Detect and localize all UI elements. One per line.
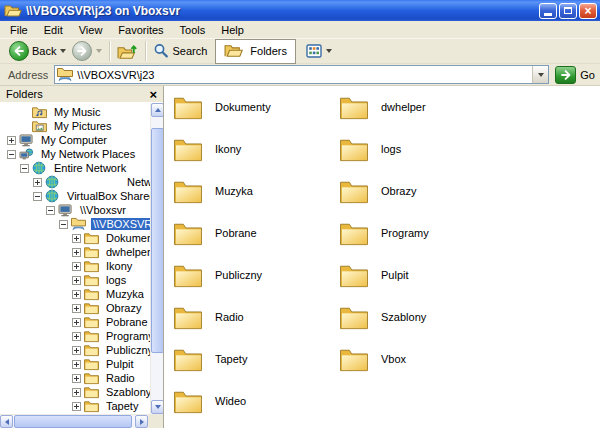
views-dropdown-icon[interactable] [326,49,332,53]
tree-item[interactable]: Programy [0,329,150,343]
expand-plus-icon[interactable] [72,290,81,299]
back-dropdown-icon[interactable] [60,49,66,53]
folder-up-icon [117,43,138,60]
expand-plus-icon[interactable] [33,178,42,187]
folders-tree-area: My MusicMy PicturesMy ComputerMy Network… [0,103,163,414]
folder-tile-obrazy[interactable]: Obrazy [339,170,505,212]
collapse-minus-icon[interactable] [46,206,55,215]
folder-tile-pulpit[interactable]: Pulpit [339,254,505,296]
tree-item[interactable]: Obrazy [0,301,150,315]
views-button[interactable] [301,43,337,59]
expand-plus-icon[interactable] [72,360,81,369]
folder-open-icon [224,43,245,60]
tree-item[interactable]: My Music [0,105,150,119]
tree-item[interactable]: My Pictures [0,119,150,133]
tree-item[interactable]: dwhelper [0,245,150,259]
tree-item[interactable]: Ikony [0,259,150,273]
menu-item-view[interactable]: View [71,23,111,37]
tree-item[interactable]: Entire Network [0,161,150,175]
collapse-minus-icon[interactable] [7,150,16,159]
tree-item[interactable]: \\VBOXSVR\j23 [0,217,150,231]
tree-item[interactable]: Netw [0,175,150,189]
scroll-up-button[interactable] [151,103,163,117]
expand-plus-icon[interactable] [72,234,81,243]
menu-item-favorites[interactable]: Favorites [110,23,171,37]
tree-item-label: Entire Network [52,162,128,174]
folder-tile-programy[interactable]: Programy [339,212,505,254]
scroll-down-button[interactable] [151,400,163,414]
forward-button[interactable] [69,39,105,63]
collapse-minus-icon[interactable] [59,220,68,229]
folder-tile-tapety[interactable]: Tapety [173,338,339,380]
folder-tile-vbox[interactable]: Vbox [339,338,505,380]
folder-icon [173,389,203,414]
menu-item-help[interactable]: Help [213,23,252,37]
expand-plus-icon[interactable] [72,262,81,271]
tree-item[interactable]: Radio [0,371,150,385]
tree-item[interactable]: Pulpit [0,357,150,371]
expand-plus-icon[interactable] [72,388,81,397]
expand-plus-icon[interactable] [72,346,81,355]
folder-tile-muzyka[interactable]: Muzyka [173,170,339,212]
expand-plus-icon[interactable] [7,136,16,145]
folder-icon [84,329,100,343]
tree-item[interactable]: \\Vboxsvr [0,203,150,217]
tree-item[interactable]: logs [0,273,150,287]
go-section: Go [555,66,595,84]
folder-tile-publiczny[interactable]: Publiczny [173,254,339,296]
folders-panel-title: Folders [6,88,149,100]
address-input[interactable]: \\VBOXSVR\j23 [54,65,549,84]
folder-tile-pobrane[interactable]: Pobrane [173,212,339,254]
folder-tile-label: Radio [215,311,244,323]
tree-item[interactable]: My Computer [0,133,150,147]
folder-tile-szablony[interactable]: Szablony [339,296,505,338]
folder-tile-ikony[interactable]: Ikony [173,128,339,170]
expand-plus-icon[interactable] [72,304,81,313]
vertical-scrollbar[interactable] [150,103,163,414]
tree-item[interactable]: Publiczny [0,343,150,357]
menu-item-edit[interactable]: Edit [36,23,71,37]
go-button[interactable] [555,66,576,84]
vertical-scroll-thumb[interactable] [151,128,163,353]
tree-item-label: Tapety [104,400,140,412]
folders-button[interactable]: Folders [215,39,296,64]
main-pane[interactable]: DokumentydwhelperIkonylogsMuzykaObrazyPo… [164,86,600,428]
collapse-minus-icon[interactable] [20,164,29,173]
scroll-right-button[interactable] [135,415,148,428]
expand-plus-icon[interactable] [72,332,81,341]
horizontal-scroll-thumb[interactable] [14,415,132,428]
expand-plus-icon[interactable] [72,374,81,383]
folder-tile-radio[interactable]: Radio [173,296,339,338]
expand-plus-icon[interactable] [72,248,81,257]
restore-button[interactable] [559,3,577,19]
expand-plus-icon[interactable] [72,276,81,285]
collapse-minus-icon[interactable] [33,192,42,201]
tree-item[interactable]: Tapety [0,399,150,413]
expand-plus-icon[interactable] [72,318,81,327]
tree-item[interactable]: My Network Places [0,147,150,161]
tree-item[interactable]: Dokumenty [0,231,150,245]
forward-dropdown-icon [96,49,102,53]
tree-item[interactable]: Muzyka [0,287,150,301]
folder-tile-logs[interactable]: logs [339,128,505,170]
menu-item-file[interactable]: File [2,23,36,37]
back-button[interactable]: Back [6,39,69,63]
menu-item-tools[interactable]: Tools [172,23,214,37]
minimize-button[interactable] [539,3,557,19]
search-button[interactable]: Search [150,39,210,63]
expand-plus-icon[interactable] [72,402,81,411]
tree-item[interactable]: VirtualBox Shared Folders [0,189,150,203]
folder-tile-wideo[interactable]: Wideo [173,380,339,422]
tree-item-label: Ikony [104,260,134,272]
address-dropdown-button[interactable] [532,66,548,83]
scroll-left-button[interactable] [0,415,13,428]
close-button[interactable]: × [579,3,597,19]
close-panel-icon[interactable]: × [149,88,157,101]
globe-icon [45,189,61,203]
folder-tile-dwhelper[interactable]: dwhelper [339,86,505,128]
up-button[interactable] [114,39,141,63]
folder-tile-dokumenty[interactable]: Dokumenty [173,86,339,128]
tree-item[interactable]: Pobrane [0,315,150,329]
tree-item[interactable]: Szablony [0,385,150,399]
horizontal-scrollbar[interactable] [0,414,163,428]
